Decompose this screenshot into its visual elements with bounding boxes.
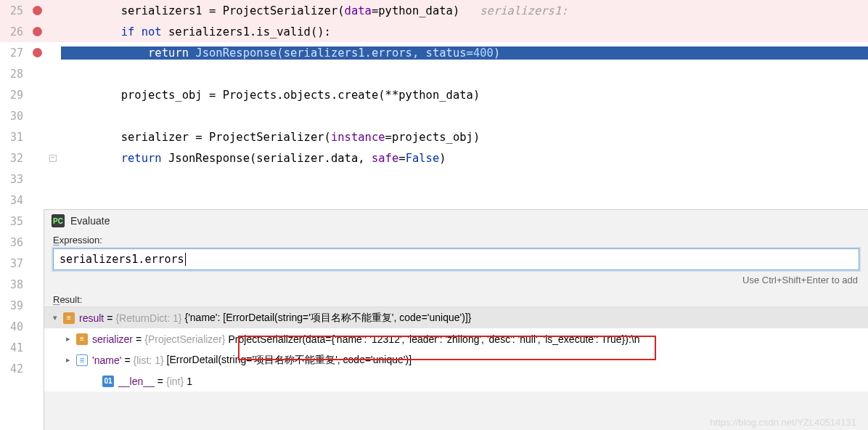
object-icon: ≡ [76,333,88,345]
line-number: 29 [0,89,29,102]
line-number: 27 [0,46,29,60]
object-icon: ≡ [63,312,75,324]
text-caret-icon [185,253,186,266]
tree-row-name[interactable]: ▸ 'name' = {list: 1} [ErrorDetail(string… [44,349,868,370]
line-number: 31 [0,131,29,144]
expression-input[interactable]: serializers1.errors [53,248,859,270]
line-number: 28 [0,68,29,81]
chevron-down-icon[interactable]: ▾ [50,313,60,322]
code-text[interactable]: projects_obj = Projects.objects.create(*… [61,89,868,102]
code-line-32[interactable]: 32 return JsonResponse(serializer.data, … [0,147,868,169]
breakpoint-gutter[interactable] [29,6,45,15]
chevron-right-icon[interactable]: ▸ [63,355,73,365]
code-text[interactable]: serializers1 = ProjectSerializer(data=py… [61,4,868,17]
line-number: 32 [0,152,29,165]
list-icon [76,354,88,366]
pycharm-icon: PC [52,214,65,227]
evaluate-title: Evaluate [70,215,110,227]
line-number: 25 [0,4,29,17]
code-text[interactable]: if not serializers1.is_valid(): [61,25,868,38]
code-line-28[interactable]: 28 [0,63,868,84]
result-label: Result: [44,290,868,307]
code-line-31[interactable]: 31 serializer = ProjectSerializer(instan… [0,126,868,147]
fold-icon[interactable] [49,155,57,162]
chevron-right-icon[interactable]: ▸ [63,334,73,344]
tree-row-len[interactable]: 01 __len__ = {int} 1 [44,370,868,392]
breakpoint-gutter[interactable] [29,27,45,36]
code-text[interactable]: return JsonResponse(serializers1.errors,… [61,46,868,60]
tree-row-serializer[interactable]: ▸ ≡ serializer = {ProjectSerializer} Pro… [44,328,868,349]
code-text[interactable]: return JsonResponse(serializer.data, saf… [61,152,868,165]
breakpoint-icon[interactable] [33,48,42,57]
code-line-27[interactable]: 27 return JsonResponse(serializers1.erro… [0,42,868,63]
int-icon: 01 [102,376,114,387]
evaluate-panel: PC Evaluate Expression: serializers1.err… [44,209,868,430]
result-tree[interactable]: ▾ ≡ result = {ReturnDict: 1} {'name': [E… [44,307,868,392]
code-line-30[interactable]: 30 [0,105,868,126]
code-line-34[interactable]: 34 [0,190,868,211]
line-number: 26 [0,25,29,38]
code-line-26[interactable]: 26 if not serializers1.is_valid(): [0,21,868,42]
breakpoint-icon[interactable] [33,27,42,36]
breakpoint-gutter[interactable] [29,48,45,57]
code-text[interactable]: serializer = ProjectSerializer(instance=… [61,131,868,144]
breakpoint-icon[interactable] [33,6,42,15]
tree-row-result[interactable]: ▾ ≡ result = {ReturnDict: 1} {'name': [E… [44,307,868,328]
line-number: 30 [0,110,29,123]
expression-label: Expression: [44,230,868,247]
code-line-25[interactable]: 25 serializers1 = ProjectSerializer(data… [0,0,868,21]
code-line-29[interactable]: 29 projects_obj = Projects.objects.creat… [0,84,868,105]
code-line-33[interactable]: 33 [0,169,868,190]
shortcut-hint: Use Ctrl+Shift+Enter to add [44,272,868,290]
